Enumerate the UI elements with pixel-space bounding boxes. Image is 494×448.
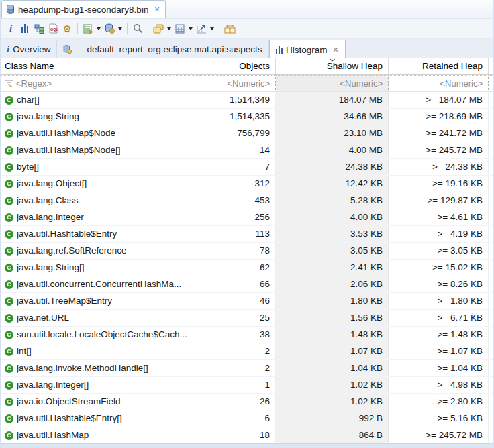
tab-default-report[interactable]: default_report org.eclipse.mat.api:suspe…	[57, 40, 268, 58]
oql-icon[interactable]: OQL	[46, 21, 60, 36]
shallow-heap-filter-input[interactable]: <Numeric>	[276, 75, 389, 91]
info-icon[interactable]: i	[4, 21, 17, 36]
row-filler	[489, 327, 493, 343]
table-row[interactable]: Cchar[]1,514,349184.07 MB>= 184.07 MB	[1, 92, 493, 109]
table-row[interactable]: Cjava.lang.ref.SoftReference783.05 KB>= …	[1, 243, 493, 260]
class-icon: C	[5, 414, 13, 423]
editor-tab-heapdump[interactable]: heapdump-bug1-secondary8.bin ✕	[1, 0, 166, 18]
shallow-heap-cell: 5.28 KB	[276, 192, 389, 209]
class-name-cell[interactable]: Cbyte[]	[1, 159, 199, 175]
tab-overview[interactable]: i Overview	[1, 40, 57, 58]
query-browser-icon[interactable]	[103, 21, 116, 36]
table-row[interactable]: Cjava.lang.String1,514,33534.66 MB>= 218…	[1, 109, 493, 125]
table-row[interactable]: Cjava.util.HashMap$Node[]144.00 MB>= 245…	[1, 142, 493, 159]
table-row[interactable]: Csun.util.locale.LocaleObjectCache$Cach.…	[1, 327, 493, 343]
table-row[interactable]: Cjava.lang.Integer[]11.02 KB>= 4.98 KB	[1, 377, 493, 394]
bottom-edge	[1, 443, 493, 448]
retained-heap-cell: >= 24.38 KB	[389, 159, 489, 175]
class-name-cell[interactable]: Cjava.net.URL	[1, 310, 199, 326]
class-name-cell[interactable]: Cjava.lang.Integer[]	[1, 377, 199, 393]
class-name-cell[interactable]: Cjava.io.ObjectStreamField	[1, 394, 199, 410]
regex-filter-input[interactable]: <Regex>	[1, 75, 199, 91]
export-dropdown-icon[interactable]	[210, 27, 214, 30]
class-icon: C	[5, 163, 13, 172]
shallow-heap-cell: 864 B	[276, 427, 389, 443]
retained-heap-cell: >= 245.72 MB	[389, 142, 489, 158]
row-filler	[489, 377, 493, 393]
tab-histogram-close-icon[interactable]: ✕	[331, 46, 339, 54]
row-filler	[489, 209, 493, 225]
group-by-dropdown-icon[interactable]	[167, 27, 171, 30]
objects-cell: 62	[199, 260, 276, 276]
retained-heap-cell: >= 1.48 KB	[389, 327, 489, 343]
class-name-cell[interactable]: Cjava.lang.invoke.MethodHandle[]	[1, 360, 199, 376]
table-row[interactable]: Cjava.util.Hashtable$Entry[]6992 B>= 5.1…	[1, 410, 493, 427]
objects-cell: 1,514,349	[199, 92, 276, 108]
column-header-retained-heap[interactable]: Retained Heap	[389, 58, 489, 74]
class-name-cell[interactable]: Cjava.util.Hashtable$Entry[]	[1, 410, 199, 427]
histogram-icon[interactable]	[18, 21, 32, 36]
class-name-cell[interactable]: Cjava.lang.String	[1, 109, 199, 125]
class-name-cell[interactable]: Cjava.lang.String[]	[1, 260, 199, 276]
group-by-icon[interactable]	[152, 21, 165, 36]
table-row[interactable]: Cjava.lang.String[]622.41 KB>= 15.02 KB	[1, 260, 493, 276]
shallow-heap-cell: 2.06 KB	[276, 276, 389, 292]
query-browser-dropdown-icon[interactable]	[118, 27, 122, 30]
column-header-objects[interactable]: Objects	[199, 58, 276, 74]
toolbar-separator	[127, 23, 128, 34]
class-name-cell[interactable]: Cjava.lang.ref.SoftReference	[1, 243, 199, 259]
table-row[interactable]: Cjava.util.TreeMap$Entry461.80 KB>= 1.80…	[1, 293, 493, 310]
row-filler	[489, 159, 493, 175]
table-row[interactable]: Cjava.util.Hashtable$Entry1133.53 KB>= 4…	[1, 226, 493, 243]
table-row[interactable]: Cjava.lang.invoke.MethodHandle[]21.04 KB…	[1, 360, 493, 377]
retained-heap-cell: >= 19.16 KB	[389, 176, 489, 192]
retained-heap-cell: >= 6.71 KB	[389, 310, 489, 326]
table-row[interactable]: Cint[]21.07 KB>= 1.07 KB	[1, 343, 493, 360]
class-icon: C	[5, 247, 13, 256]
table-row[interactable]: Cjava.lang.Object[]31212.42 KB>= 19.16 K…	[1, 176, 493, 192]
table-row[interactable]: Cjava.util.HashMap18864 B>= 245.72 MB	[1, 427, 493, 443]
objects-filter-input[interactable]: <Numeric>	[199, 75, 276, 91]
editor-tab-close-icon[interactable]: ✕	[152, 5, 160, 14]
class-name-cell[interactable]: Cjava.util.HashMap$Node[]	[1, 142, 199, 158]
class-name-cell[interactable]: Cjava.util.TreeMap$Entry	[1, 293, 199, 309]
table-row[interactable]: Cjava.lang.Class4535.28 KB>= 129.87 KB	[1, 192, 493, 209]
table-row[interactable]: Cjava.net.URL251.56 KB>= 6.71 KB	[1, 310, 493, 327]
compare-tables-icon[interactable]	[223, 21, 236, 36]
table-row[interactable]: Cjava.util.concurrent.ConcurrentHashMa..…	[1, 276, 493, 293]
class-name-cell[interactable]: Cjava.util.HashMap$Node	[1, 125, 199, 142]
table-row[interactable]: Cjava.io.ObjectStreamField261.02 KB>= 2.…	[1, 394, 493, 410]
row-filler	[489, 192, 493, 209]
class-name-cell[interactable]: Cjava.lang.Object[]	[1, 176, 199, 192]
export-icon[interactable]	[195, 21, 208, 36]
search-icon[interactable]	[131, 21, 144, 36]
objects-cell: 256	[199, 209, 276, 225]
objects-cell: 18	[199, 427, 276, 443]
calculator-dropdown-icon[interactable]	[189, 27, 193, 30]
class-name-cell[interactable]: Cjava.lang.Integer	[1, 209, 199, 225]
expert-tests-dropdown-icon[interactable]	[97, 27, 101, 30]
calculator-icon[interactable]	[173, 21, 187, 36]
class-name-cell[interactable]: Csun.util.locale.LocaleObjectCache$Cach.…	[1, 327, 199, 343]
class-name-cell[interactable]: Cjava.util.Hashtable$Entry	[1, 226, 199, 242]
info-icon: i	[7, 44, 9, 54]
dominator-tree-icon[interactable]	[32, 21, 46, 36]
class-name-cell[interactable]: Cint[]	[1, 343, 199, 359]
editor-tab-bar: heapdump-bug1-secondary8.bin ✕	[1, 0, 493, 19]
class-name-cell[interactable]: Cchar[]	[1, 92, 199, 108]
sort-descending-icon	[329, 58, 335, 62]
class-icon: C	[5, 213, 13, 222]
objects-cell: 26	[199, 394, 276, 410]
column-header-class-name[interactable]: Class Name	[1, 58, 199, 74]
class-name-cell[interactable]: Cjava.lang.Class	[1, 192, 199, 209]
column-header-shallow-heap[interactable]: Shallow Heap	[276, 58, 389, 74]
class-name-cell[interactable]: Cjava.util.concurrent.ConcurrentHashMa..…	[1, 276, 199, 292]
tab-histogram[interactable]: Histogram ✕	[269, 40, 346, 59]
table-row[interactable]: Cbyte[]724.38 KB>= 24.38 KB	[1, 159, 493, 176]
table-row[interactable]: Cjava.lang.Integer2564.00 KB>= 4.61 KB	[1, 209, 493, 226]
class-name-label: java.net.URL	[17, 310, 69, 326]
table-row[interactable]: Cjava.util.HashMap$Node756,79923.10 MB>=…	[1, 125, 493, 142]
retained-heap-filter-input[interactable]: <Numeric>	[389, 75, 489, 91]
objects-cell: 25	[199, 310, 276, 326]
class-name-cell[interactable]: Cjava.util.HashMap	[1, 427, 199, 443]
